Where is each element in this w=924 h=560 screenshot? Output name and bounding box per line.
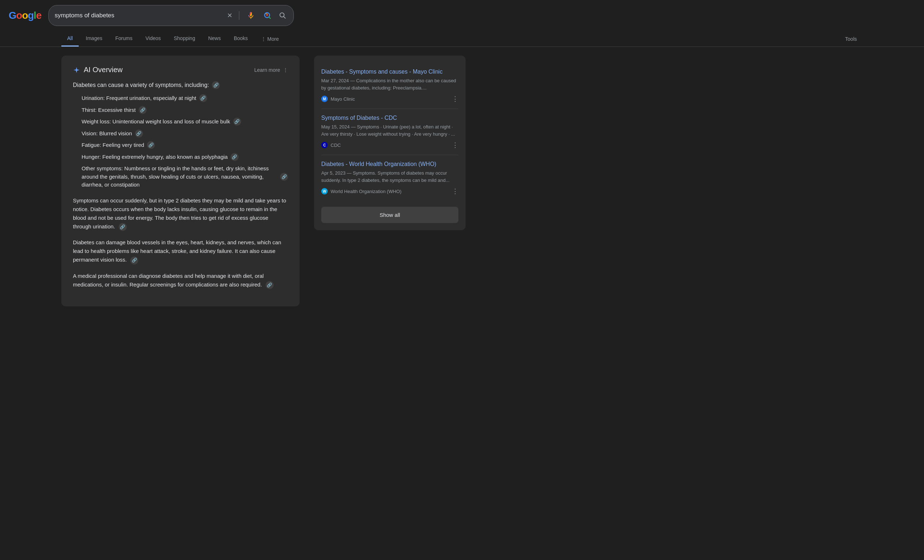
sources-card: Diabetes - Symptoms and causes - Mayo Cl… [314,55,466,230]
bullet-other: Other symptoms: Numbness or tingling in … [82,165,288,189]
lens-icon [263,11,272,20]
source-who-footer: W World Health Organization (WHO) ⋮ [321,187,458,195]
who-logo: W [321,188,328,195]
mic-icon [246,11,255,20]
tab-shopping[interactable]: Shopping [168,31,201,46]
google-logo: Google [9,10,41,21]
source-who-title: Diabetes - World Health Organization (WH… [321,161,458,168]
ai-overview-title: AI Overview [84,66,123,74]
bullet-link-1[interactable]: 🔗 [139,106,147,114]
header: Google ✕ [0,0,924,31]
mayo-more-button[interactable]: ⋮ [452,95,458,103]
search-icon [279,12,286,19]
tab-images[interactable]: Images [80,31,108,46]
mayo-logo: M [321,96,328,102]
more-options-icon: ⋮ [283,67,288,73]
tab-videos[interactable]: Videos [140,31,167,46]
mic-button[interactable] [244,9,257,22]
bullet-link-3[interactable]: 🔗 [135,130,143,138]
source-cdc-brand: C CDC [321,142,341,148]
main-content: AI Overview Learn more ⋮ Diabetes can ca… [0,47,924,315]
bullet-link-2[interactable]: 🔗 [233,118,241,126]
dots-icon: ⋮ [261,36,266,42]
tools-button[interactable]: Tools [839,32,862,46]
source-cdc[interactable]: Symptoms of Diabetes - CDC May 15, 2024 … [321,109,458,155]
svg-point-1 [266,14,268,16]
lens-button[interactable] [261,9,274,22]
bullet-thirst: Thirst: Excessive thirst 🔗 [82,106,288,114]
search-bar-wrapper: ✕ [48,5,294,26]
left-column: AI Overview Learn more ⋮ Diabetes can ca… [62,55,300,306]
learn-more-button[interactable]: Learn more ⋮ [254,67,288,73]
ai-para-3: A medical professional can diagnose diab… [73,272,288,289]
bullet-urination: Urination: Frequent urination, especiall… [82,94,288,102]
bullet-link-0[interactable]: 🔗 [199,94,207,102]
ai-overview-card: AI Overview Learn more ⋮ Diabetes can ca… [62,55,300,306]
ai-overview-title-row: AI Overview [73,66,123,74]
ai-overview-header: AI Overview Learn more ⋮ [73,66,288,74]
ai-intro-label: Diabetes can cause a variety of symptoms… [73,82,209,88]
bullet-link-5[interactable]: 🔗 [231,153,238,161]
cdc-more-button[interactable]: ⋮ [452,141,458,149]
para2-link-chip[interactable]: 🔗 [130,256,138,265]
bullet-weight: Weight loss: Unintentional weight loss a… [82,118,288,126]
tab-forums[interactable]: Forums [110,31,138,46]
tab-books[interactable]: Books [228,31,254,46]
tab-news[interactable]: News [202,31,226,46]
source-cdc-title: Symptoms of Diabetes - CDC [321,115,458,121]
cdc-brand-label: CDC [331,142,341,148]
who-brand-label: World Health Organization (WHO) [331,189,401,194]
source-cdc-footer: C CDC ⋮ [321,141,458,149]
ai-sparkle-icon [73,66,80,73]
bullet-fatigue: Fatigue: Feeling very tired 🔗 [82,141,288,150]
bullet-hunger: Hunger: Feeling extremely hungry, also k… [82,153,288,161]
more-label: More [267,36,279,42]
ai-para-2: Diabetes can damage blood vessels in the… [73,238,288,265]
search-input[interactable] [54,12,222,19]
cdc-logo: C [321,142,328,148]
source-who-brand: W World Health Organization (WHO) [321,188,401,195]
source-mayo-title: Diabetes - Symptoms and causes - Mayo Cl… [321,69,458,75]
bullet-link-6[interactable]: 🔗 [280,173,288,181]
source-cdc-snippet: May 15, 2024 — Symptoms · Urinate (pee) … [321,123,458,138]
nav-tabs: All Images Forums Videos Shopping News B… [0,31,924,47]
clear-button[interactable]: ✕ [226,10,234,21]
search-submit-button[interactable] [278,10,288,21]
source-mayo-footer: M Mayo Clinic ⋮ [321,95,458,103]
mayo-brand-label: Mayo Clinic [331,96,355,102]
para1-link-chip[interactable]: 🔗 [119,223,127,231]
bullet-vision: Vision: Blurred vision 🔗 [82,130,288,138]
search-bar: ✕ [48,5,294,26]
divider [239,11,239,20]
ai-intro-text: Diabetes can cause a variety of symptoms… [73,81,288,89]
source-mayo-snippet: Mar 27, 2024 — Complications in the moth… [321,77,458,91]
bullet-link-4[interactable]: 🔗 [147,141,155,149]
source-mayo[interactable]: Diabetes - Symptoms and causes - Mayo Cl… [321,63,458,109]
source-who-snippet: Apr 5, 2023 — Symptoms. Symptoms of diab… [321,169,458,184]
right-column: Diabetes - Symptoms and causes - Mayo Cl… [314,55,466,306]
tab-all[interactable]: All [62,31,79,46]
learn-more-label: Learn more [254,67,280,73]
show-all-button[interactable]: Show all [321,207,458,223]
source-mayo-brand: M Mayo Clinic [321,96,355,102]
who-more-button[interactable]: ⋮ [452,187,458,195]
tab-more[interactable]: ⋮ More [255,32,285,46]
ai-para-1: Symptoms can occur suddenly, but in type… [73,196,288,231]
intro-link-chip[interactable]: 🔗 [212,81,220,89]
ai-bullet-list: Urination: Frequent urination, especiall… [73,94,288,189]
para3-link-chip[interactable]: 🔗 [266,281,274,289]
source-who[interactable]: Diabetes - World Health Organization (WH… [321,155,458,201]
